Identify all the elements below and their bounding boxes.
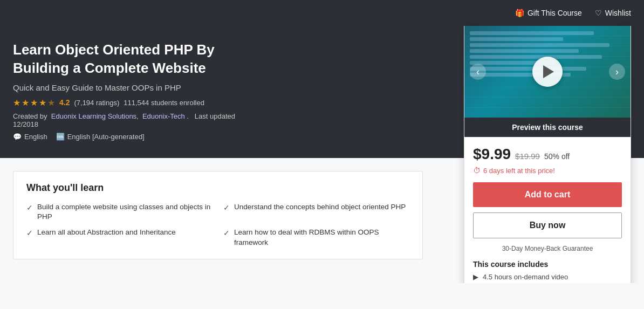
video-icon: ▶ (473, 273, 478, 281)
add-to-cart-button[interactable]: Add to cart (473, 182, 622, 207)
includes-item-1-text: 4.5 hours on-demand video (483, 273, 568, 281)
includes-item-1: ▶ 4.5 hours on-demand video (473, 273, 622, 281)
creator2-link[interactable]: Eduonix-Tech (142, 112, 185, 120)
learn-item-2-text: Understand the concepts behind object or… (234, 202, 406, 212)
buy-now-button[interactable]: Buy now (473, 212, 622, 238)
language-value: English (24, 133, 47, 141)
last-updated-value: 12/2018 (13, 120, 38, 128)
play-icon (543, 65, 554, 78)
next-arrow[interactable]: › (609, 64, 625, 80)
hero-content: Learn Object Oriented PHP By Building a … (13, 41, 423, 141)
created-by: Created by Eduonix Learning Solutions, E… (13, 112, 239, 128)
price-discount: 50% off (544, 152, 570, 161)
clock-icon: ⏱ (473, 166, 481, 175)
course-preview[interactable]: ‹ › Preview this course (464, 26, 631, 137)
learn-item-1: ✓ Build a complete website using classes… (26, 202, 213, 223)
learn-item-2: ✓ Understand the concepts behind object … (223, 202, 409, 223)
prev-arrow[interactable]: ‹ (470, 64, 486, 80)
star-3: ★ (30, 98, 38, 108)
rating-row: ★ ★ ★ ★ ★ 4.2 (7,194 ratings) 111,544 st… (13, 98, 239, 108)
learn-item-3: ✓ Learn all about Abstraction and Inheri… (26, 228, 213, 248)
learn-item-3-text: Learn all about Abstraction and Inherita… (37, 228, 176, 238)
preview-image: ‹ › (464, 26, 631, 118)
learn-item-4: ✓ Learn how to deal with RDBMS within OO… (223, 228, 409, 248)
content-area: What you'll learn ✓ Build a complete web… (13, 171, 423, 271)
price-row: $9.99 $19.99 50% off (473, 146, 622, 163)
language-row: 💬 English 🆒 English [Auto-generated] (13, 133, 239, 141)
play-button[interactable] (532, 57, 563, 87)
language-item: 💬 English (13, 133, 47, 141)
course-includes-title: This course includes (473, 260, 622, 269)
speech-bubble-icon: 💬 (13, 133, 22, 141)
star-1: ★ (13, 98, 20, 108)
course-card-body: $9.99 $19.99 50% off ⏱ 6 days left at th… (464, 137, 631, 283)
star-4: ★ (39, 98, 46, 108)
price-original: $19.99 (515, 152, 540, 161)
wishlist-button[interactable]: ♡ Wishlist (595, 9, 631, 17)
students-count: 111,544 students enrolled (124, 99, 204, 107)
check-icon-2: ✓ (223, 203, 230, 214)
days-left: ⏱ 6 days left at this price! (473, 166, 622, 175)
check-icon-4: ✓ (223, 228, 230, 239)
captions-value: English [Auto-generated] (67, 133, 145, 141)
wishlist-label: Wishlist (605, 9, 631, 17)
check-icon-3: ✓ (26, 228, 33, 239)
learn-grid: ✓ Build a complete website using classes… (26, 202, 409, 249)
gift-icon: 🎁 (515, 9, 524, 17)
learn-title: What you'll learn (26, 182, 409, 194)
preview-label: Preview this course (464, 118, 631, 137)
learn-item-4-text: Learn how to deal with RDBMS within OOPS… (234, 228, 409, 248)
star-half: ★ (47, 98, 55, 108)
hero-section: Learn Object Oriented PHP By Building a … (0, 26, 644, 158)
star-rating: ★ ★ ★ ★ ★ (13, 98, 55, 108)
gift-course-button[interactable]: 🎁 Gift This Course (515, 9, 582, 17)
gift-label: Gift This Course (527, 9, 582, 17)
top-bar: 🎁 Gift This Course ♡ Wishlist (0, 0, 644, 26)
rating-count: (7,194 ratings) (74, 99, 119, 107)
captions-item: 🆒 English [Auto-generated] (56, 133, 145, 141)
course-title: Learn Object Oriented PHP By Building a … (13, 41, 239, 78)
creator1-link[interactable]: Eduonix Learning Solutions (51, 112, 136, 120)
cc-icon: 🆒 (56, 133, 65, 141)
check-icon-1: ✓ (26, 203, 33, 214)
guarantee-text: 30-Day Money-Back Guarantee (473, 245, 622, 252)
created-by-label: Created by (13, 112, 47, 120)
rating-number: 4.2 (59, 98, 70, 107)
heart-icon: ♡ (595, 9, 602, 17)
course-subtitle: Quick and Easy Guide to Master OOPs in P… (13, 83, 239, 92)
days-left-text: 6 days left at this price! (483, 167, 555, 175)
learn-item-1-text: Build a complete website using classes a… (37, 202, 213, 223)
course-card: ‹ › Preview this course $9.99 $19.99 50%… (464, 26, 631, 283)
learn-box: What you'll learn ✓ Build a complete web… (13, 171, 423, 260)
last-updated-label: Last updated (195, 112, 235, 120)
price-current: $9.99 (473, 146, 511, 163)
star-2: ★ (22, 98, 29, 108)
